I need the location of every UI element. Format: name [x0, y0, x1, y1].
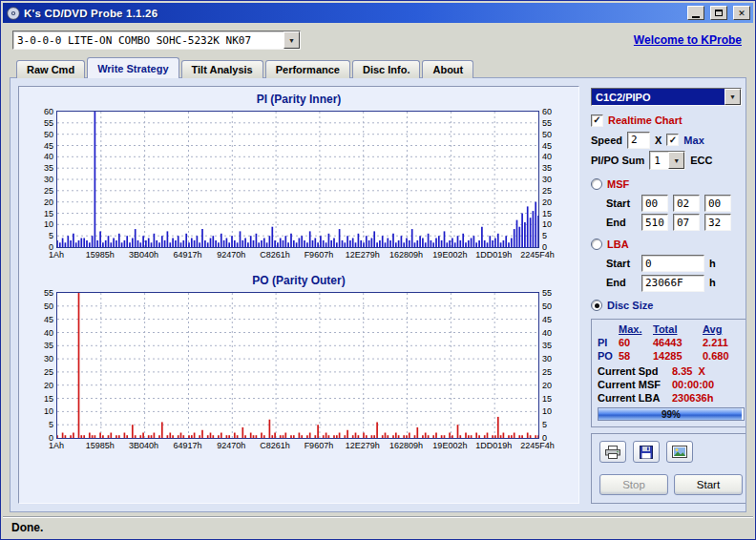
max-speed-label: Max — [683, 135, 704, 146]
tab-disc-info[interactable]: Disc Info. — [352, 60, 421, 78]
stats-pi-total: 46443 — [653, 337, 703, 348]
tab-tilt-analysis[interactable]: Tilt Analysis — [181, 60, 263, 78]
app-icon — [6, 6, 20, 20]
controls-panel: C1C2/PIPO ▼ ✓ Realtime Chart Speed X ✓ M… — [587, 86, 746, 504]
msf-end-label: End — [606, 217, 637, 228]
drive-select[interactable]: 3-0-0-0 LITE-ON COMBO SOHC-5232K NK07 ▼ — [12, 31, 301, 50]
pipo-sum-value: 1 — [650, 152, 668, 169]
stats-pi-avg: 2.211 — [703, 337, 745, 348]
start-button[interactable]: Start — [674, 474, 743, 495]
speed-field[interactable] — [627, 132, 650, 149]
pipo-sum-label: PI/PO Sum — [591, 155, 644, 166]
stats-header-max: Max. — [619, 323, 653, 335]
speed-x-label: X — [655, 135, 662, 146]
tab-performance[interactable]: Performance — [265, 60, 350, 78]
pi-chart: PI (Parity Inner) 0510152025303540455055… — [32, 93, 566, 260]
msf-start-min-field[interactable] — [641, 195, 668, 212]
mode-select[interactable]: C1C2/PIPO ▼ — [591, 88, 742, 106]
tab-write-strategy[interactable]: Write Strategy — [87, 57, 178, 78]
progress-bar: 99% — [598, 407, 745, 421]
po-chart-title: PO (Parity Outer) — [32, 274, 566, 287]
chevron-down-icon[interactable]: ▼ — [284, 31, 300, 49]
maximize-button[interactable] — [710, 6, 727, 20]
tab-raw-cmd[interactable]: Raw Cmd — [16, 60, 85, 78]
lba-label: LBA — [607, 239, 629, 250]
stats-row-pi-name: PI — [598, 337, 619, 348]
title-bar: K's CD/DVD Probe 1.1.26 ✕ — [3, 3, 753, 23]
msf-start-frame-field[interactable] — [704, 195, 731, 212]
welcome-link[interactable]: Welcome to KProbe — [634, 33, 742, 47]
stats-header-avg: Avg — [703, 323, 745, 335]
image-icon — [672, 446, 687, 458]
po-y-axis-left: 0510152025303540455055 — [32, 292, 56, 437]
app-window: K's CD/DVD Probe 1.1.26 ✕ 3-0-0-0 LITE-O… — [0, 0, 756, 540]
max-speed-checkbox[interactable]: ✓ — [666, 134, 679, 146]
printer-icon — [605, 446, 620, 459]
msf-start-sec-field[interactable] — [673, 195, 700, 212]
lba-end-label: End — [606, 277, 637, 288]
ecc-label: ECC — [690, 155, 712, 166]
stats-panel: Max. Total Avg PI 60 46443 2.211 PO 58 1… — [591, 319, 746, 427]
floppy-disk-icon — [640, 446, 653, 459]
lba-start-field[interactable] — [641, 255, 704, 272]
lba-end-unit: h — [709, 277, 716, 288]
msf-end-min-field[interactable] — [641, 214, 668, 231]
pi-y-axis-left: 051015202530354045505560 — [32, 111, 56, 246]
speed-label: Speed — [591, 135, 622, 146]
pi-x-axis: 1Ah15985h3B040h64917h92470hC8261hF9607h1… — [56, 248, 566, 260]
actions-panel: Stop Start — [591, 433, 746, 504]
pi-plot-area — [56, 111, 539, 248]
pipo-sum-select[interactable]: 1 ▼ — [649, 151, 685, 170]
print-button[interactable] — [599, 441, 626, 463]
po-chart: PO (Parity Outer) 0510152025303540455055… — [32, 274, 566, 451]
minimize-button[interactable] — [687, 6, 704, 20]
realtime-chart-checkbox[interactable]: ✓ — [591, 114, 603, 127]
status-bar: Done. — [3, 516, 753, 537]
tab-strip: Raw Cmd Write Strategy Tilt Analysis Per… — [3, 57, 753, 78]
stats-row-po-name: PO — [598, 350, 619, 362]
save-button[interactable] — [633, 441, 660, 463]
msf-radio[interactable] — [591, 178, 602, 190]
status-text: Done. — [11, 521, 43, 534]
lba-start-unit: h — [709, 258, 716, 269]
current-spd-value: 8.35 X — [672, 365, 705, 377]
current-lba-label: Current LBA — [598, 392, 672, 404]
msf-end-sec-field[interactable] — [673, 214, 700, 231]
close-button[interactable]: ✕ — [733, 6, 750, 20]
stats-po-avg: 0.680 — [703, 350, 745, 362]
chevron-down-icon[interactable]: ▼ — [724, 89, 741, 105]
current-msf-label: Current MSF — [598, 379, 672, 390]
drive-select-value: 3-0-0-0 LITE-ON COMBO SOHC-5232K NK07 — [13, 31, 284, 49]
current-lba-value: 230636h — [672, 392, 713, 404]
disc-size-radio[interactable] — [591, 300, 602, 311]
tab-about[interactable]: About — [422, 60, 473, 78]
progress-text: 99% — [598, 408, 744, 421]
snapshot-button[interactable] — [666, 441, 693, 463]
stats-pi-max: 60 — [619, 337, 653, 348]
lba-end-field[interactable] — [641, 275, 704, 292]
lba-start-label: Start — [606, 258, 637, 269]
pi-chart-title: PI (Parity Inner) — [32, 93, 566, 106]
msf-start-label: Start — [606, 197, 637, 209]
current-spd-label: Current Spd — [598, 365, 672, 377]
msf-end-frame-field[interactable] — [704, 214, 731, 231]
current-msf-value: 00:00:00 — [672, 379, 714, 390]
msf-label: MSF — [607, 178, 629, 190]
stats-po-max: 58 — [619, 350, 653, 362]
pi-y-axis-right: 051015202530354045505560 — [539, 111, 564, 246]
lba-radio[interactable] — [591, 239, 602, 250]
tab-content-pane: PI (Parity Inner) 0510152025303540455055… — [10, 77, 746, 512]
stop-button[interactable]: Stop — [599, 474, 668, 495]
chevron-down-icon[interactable]: ▼ — [668, 152, 684, 169]
po-y-axis-right: 0510152025303540455055 — [539, 292, 564, 437]
window-title: K's CD/DVD Probe 1.1.26 — [24, 8, 682, 19]
stats-header-total: Total — [653, 323, 703, 335]
realtime-chart-label: Realtime Chart — [608, 114, 682, 126]
po-plot-area — [56, 292, 539, 439]
charts-panel: PI (Parity Inner) 0510152025303540455055… — [18, 86, 579, 504]
toolbar: 3-0-0-0 LITE-ON COMBO SOHC-5232K NK07 ▼ … — [3, 23, 753, 57]
disc-size-label: Disc Size — [607, 300, 653, 311]
po-x-axis: 1Ah15985h3B040h64917h92470hC8261hF9607h1… — [56, 439, 566, 451]
stats-po-total: 14285 — [653, 350, 703, 362]
mode-select-value: C1C2/PIPO — [592, 89, 724, 105]
